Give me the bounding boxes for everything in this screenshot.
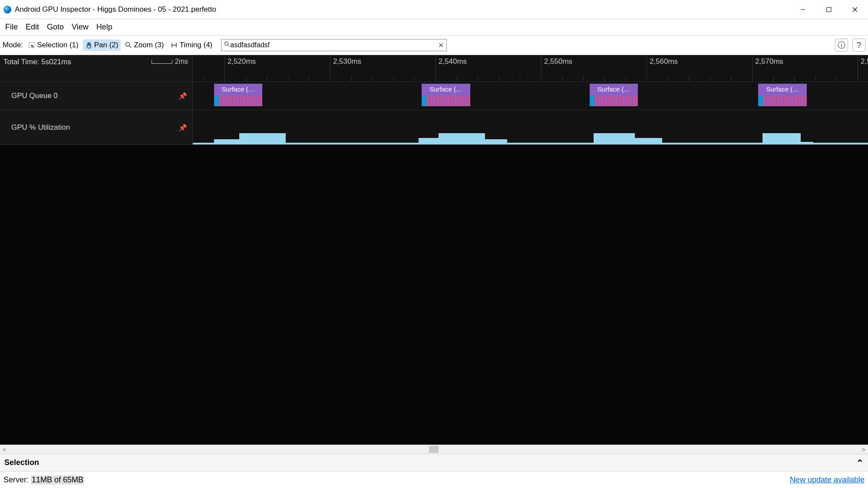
selection-panel-header[interactable]: Selection ⌃ <box>0 454 868 472</box>
server-memory: 11MB of 65MB <box>31 475 84 485</box>
info-icon: ⓘ <box>838 40 845 50</box>
help-button[interactable]: ? <box>852 39 865 52</box>
ruler-tick <box>393 76 394 82</box>
pin-icon[interactable]: 📌 <box>178 123 187 131</box>
ruler-tick <box>815 76 816 82</box>
track-body-gpu-util[interactable] <box>193 110 868 144</box>
scroll-thumb[interactable] <box>429 446 439 453</box>
maximize-button[interactable] <box>816 0 842 19</box>
window-title: Android GPU Inspector - Higgs Dominoes -… <box>15 5 790 14</box>
menu-help[interactable]: Help <box>93 21 116 33</box>
mode-timing-label: Timing (4) <box>179 41 212 49</box>
menu-goto[interactable]: Goto <box>43 21 67 33</box>
track-gpu-util: GPU % Utilization 📌 <box>0 110 868 145</box>
mode-bar: Mode: Selection (1) Pan (2) Zoom (3) Tim… <box>0 36 868 55</box>
help-icon: ? <box>857 41 861 50</box>
scroll-track[interactable] <box>9 445 859 454</box>
ruler-tick <box>414 76 415 82</box>
ruler-major: 2,58 <box>858 55 868 82</box>
mode-zoom-label: Zoom (3) <box>134 41 164 49</box>
time-ruler[interactable]: 2,520ms2,530ms2,540ms2,550ms2,560ms2,570… <box>193 55 868 82</box>
gpu-queue-slice-detail[interactable] <box>214 96 263 106</box>
menu-view[interactable]: View <box>68 21 92 33</box>
menu-edit[interactable]: Edit <box>22 21 43 33</box>
ruler-tick <box>625 76 626 82</box>
mode-pan[interactable]: Pan (2) <box>83 39 121 51</box>
utilization-bar[interactable] <box>439 133 485 144</box>
track-header-gpu-util[interactable]: GPU % Utilization 📌 <box>0 110 193 144</box>
utilization-bar[interactable] <box>635 138 662 144</box>
ruler-tick <box>689 76 689 82</box>
zoom-icon <box>125 42 132 49</box>
ruler-tick <box>372 76 373 82</box>
track-header-gpu-queue[interactable]: GPU Queue 0 📌 <box>0 82 193 110</box>
track-name-gpu-queue: GPU Queue 0 <box>3 92 192 100</box>
utilization-bar[interactable] <box>214 139 239 144</box>
chevron-up-icon[interactable]: ⌃ <box>856 458 864 468</box>
ruler-tick <box>562 76 563 82</box>
menu-file[interactable]: File <box>2 21 21 33</box>
svg-point-5 <box>126 43 130 46</box>
gpu-queue-slice[interactable]: Surface (… <box>214 84 263 96</box>
close-button[interactable] <box>842 0 868 19</box>
time-header-left: Total Time: 5s021ms 2ms <box>0 55 193 82</box>
gpu-queue-slice-detail[interactable] <box>590 96 638 106</box>
ruler-tick <box>203 76 204 82</box>
ruler-tick <box>710 76 710 82</box>
utilization-bar[interactable] <box>286 143 301 144</box>
app-icon <box>3 6 11 13</box>
window-buttons <box>790 0 868 19</box>
gpu-queue-slice-detail[interactable] <box>422 96 470 106</box>
menu-bar: File Edit Goto View Help <box>0 19 868 36</box>
ruler-tick <box>478 76 478 82</box>
gpu-queue-slice[interactable]: Surface (… <box>758 84 807 96</box>
search-icon <box>224 41 230 49</box>
ruler-tick <box>246 76 246 82</box>
scroll-left-icon[interactable]: < <box>0 446 9 453</box>
track-gpu-queue: GPU Queue 0 📌 Surface (…Surface (…Surfac… <box>0 82 868 110</box>
gpu-queue-slice[interactable]: Surface (… <box>422 84 470 96</box>
time-header: Total Time: 5s021ms 2ms 2,520ms2,530ms2,… <box>0 55 868 82</box>
gpu-queue-slice[interactable]: Surface (… <box>590 84 638 96</box>
total-time: Total Time: 5s021ms <box>3 58 71 66</box>
ruler-tick <box>731 76 731 82</box>
time-scale-value: 2ms <box>175 58 188 66</box>
timeline-empty-area[interactable] <box>0 145 868 445</box>
timeline-region: Total Time: 5s021ms 2ms 2,520ms2,530ms2,… <box>0 55 868 145</box>
track-body-gpu-queue[interactable]: Surface (…Surface (…Surface (…Surface (… <box>193 82 868 110</box>
search-clear-icon[interactable]: ✕ <box>438 41 444 49</box>
utilization-bar[interactable] <box>801 142 813 144</box>
pan-icon <box>86 42 92 49</box>
svg-line-11 <box>228 45 230 47</box>
pin-icon[interactable]: 📌 <box>178 92 187 100</box>
scroll-right-icon[interactable]: > <box>859 446 868 453</box>
mode-timing[interactable]: Timing (4) <box>168 39 215 51</box>
ruler-major: 2,520ms <box>224 55 256 82</box>
track-name-gpu-util: GPU % Utilization <box>3 123 192 132</box>
search-input[interactable] <box>230 41 438 49</box>
ruler-tick <box>309 76 309 82</box>
utilization-bar[interactable] <box>762 133 800 144</box>
mode-selection-label: Selection (1) <box>37 41 78 49</box>
ruler-major: 2,540ms <box>436 55 467 82</box>
scale-bracket-icon <box>152 60 172 64</box>
info-button[interactable]: ⓘ <box>835 39 848 52</box>
timing-icon <box>171 42 178 49</box>
mode-label: Mode: <box>3 41 23 49</box>
svg-line-6 <box>129 46 132 48</box>
total-time-value: 5s021ms <box>41 58 71 66</box>
mode-zoom[interactable]: Zoom (3) <box>122 39 166 51</box>
ruler-tick <box>520 76 520 82</box>
horizontal-scrollbar[interactable]: < > <box>0 445 868 454</box>
ruler-tick <box>267 76 267 82</box>
ruler-tick <box>288 76 288 82</box>
utilization-bar[interactable] <box>419 138 439 144</box>
update-available-link[interactable]: New update available <box>790 475 865 485</box>
utilization-bar[interactable] <box>485 139 507 144</box>
gpu-queue-slice-detail[interactable] <box>758 96 807 106</box>
utilization-bar[interactable] <box>239 133 286 144</box>
minimize-button[interactable] <box>790 0 816 19</box>
utilization-bar[interactable] <box>594 133 635 144</box>
mode-selection[interactable]: Selection (1) <box>26 39 81 51</box>
search-box[interactable]: ✕ <box>221 39 447 51</box>
